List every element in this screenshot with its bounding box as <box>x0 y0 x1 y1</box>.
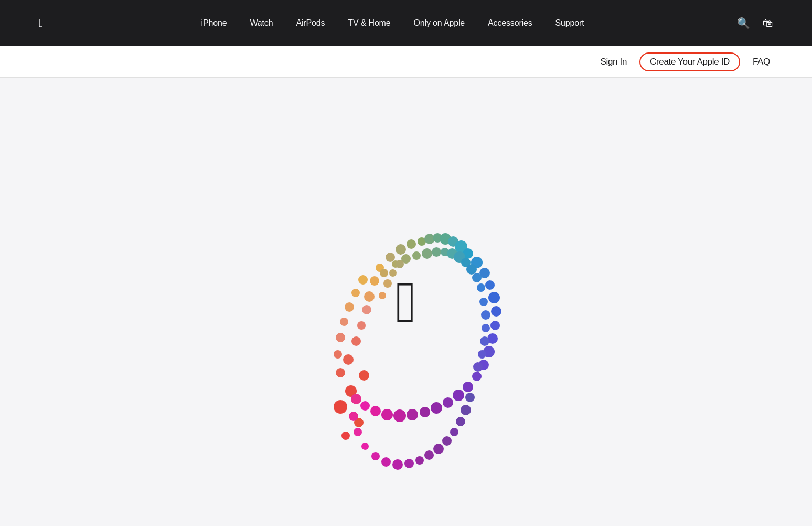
svg-point-70 <box>415 456 424 465</box>
main-nav:  iPhone Watch AirPods TV & Home Only on… <box>0 0 812 46</box>
svg-point-25 <box>488 292 500 303</box>
svg-point-6 <box>351 336 361 346</box>
svg-point-82 <box>478 350 486 359</box>
svg-point-87 <box>396 260 404 268</box>
svg-point-81 <box>480 336 489 346</box>
faq-link[interactable]: FAQ <box>753 57 770 67</box>
nav-item-support[interactable]: Support <box>544 18 596 28</box>
svg-point-63 <box>349 412 358 421</box>
svg-point-59 <box>345 302 354 312</box>
svg-point-78 <box>479 298 488 306</box>
svg-point-10 <box>370 276 379 286</box>
svg-point-68 <box>392 459 403 470</box>
svg-point-32 <box>463 382 473 392</box>
svg-point-37 <box>407 409 418 420</box>
svg-point-76 <box>461 405 471 415</box>
svg-point-69 <box>404 459 414 468</box>
svg-point-46 <box>422 248 432 259</box>
create-apple-id-button[interactable]: Create Your Apple ID <box>639 52 740 71</box>
svg-point-31 <box>472 372 482 381</box>
svg-point-39 <box>381 409 393 420</box>
svg-point-38 <box>393 409 406 422</box>
svg-point-84 <box>379 292 386 299</box>
dot-spiral:  <box>243 134 569 470</box>
svg-point-3 <box>359 370 369 381</box>
nav-item-watch[interactable]: Watch <box>238 18 284 28</box>
nav-icon-group: 🔍 🛍 <box>737 17 773 29</box>
svg-point-24 <box>485 280 495 290</box>
svg-point-71 <box>424 450 434 460</box>
svg-point-8 <box>362 305 371 314</box>
svg-point-26 <box>491 306 501 317</box>
svg-point-67 <box>381 457 391 467</box>
svg-point-9 <box>364 291 375 302</box>
svg-point-33 <box>453 390 464 401</box>
svg-point-0 <box>334 400 347 414</box>
svg-point-80 <box>482 324 490 332</box>
nav-item-tv-home[interactable]: TV & Home <box>336 18 402 28</box>
svg-point-58 <box>340 318 348 326</box>
svg-point-5 <box>343 354 354 365</box>
svg-point-83 <box>473 362 483 372</box>
search-icon[interactable]: 🔍 <box>737 17 750 29</box>
svg-point-4 <box>341 432 350 440</box>
svg-point-34 <box>443 397 453 408</box>
svg-point-55 <box>336 368 345 377</box>
apple-logo-nav[interactable]:  <box>39 16 43 30</box>
bag-icon[interactable]: 🛍 <box>763 17 773 29</box>
svg-point-52 <box>466 264 477 275</box>
svg-point-45 <box>412 251 421 260</box>
nav-item-iphone[interactable]: iPhone <box>190 18 239 28</box>
svg-point-73 <box>442 436 452 446</box>
svg-point-40 <box>370 406 381 416</box>
svg-point-75 <box>456 417 465 426</box>
svg-point-14 <box>407 239 416 249</box>
subheader: Sign In Create Your Apple ID FAQ <box>0 46 812 78</box>
nav-item-airpods[interactable]: AirPods <box>284 18 336 28</box>
nav-items: iPhone Watch AirPods TV & Home Only on A… <box>59 18 726 28</box>
svg-point-60 <box>351 289 360 297</box>
svg-point-79 <box>481 310 490 320</box>
svg-point-53 <box>472 273 482 282</box>
main-content:  <box>0 78 812 526</box>
svg-point-12 <box>386 253 395 262</box>
svg-point-57 <box>336 333 345 342</box>
svg-point-56 <box>334 350 342 359</box>
svg-point-85 <box>383 279 392 288</box>
svg-point-86 <box>389 269 397 277</box>
svg-point-72 <box>433 444 444 454</box>
sign-in-link[interactable]: Sign In <box>600 57 627 67</box>
svg-point-35 <box>431 402 442 414</box>
svg-point-62 <box>351 394 361 404</box>
svg-point-74 <box>450 428 458 436</box>
svg-point-41 <box>360 401 370 411</box>
svg-point-65 <box>361 443 369 450</box>
svg-point-27 <box>490 321 500 330</box>
svg-point-36 <box>420 407 430 417</box>
nav-item-accessories[interactable]: Accessories <box>476 18 544 28</box>
nav-item-only-on-apple[interactable]: Only on Apple <box>402 18 477 28</box>
svg-point-66 <box>371 452 380 460</box>
svg-point-42 <box>380 269 388 277</box>
dot-spiral-svg <box>243 134 569 470</box>
svg-point-7 <box>357 321 366 330</box>
svg-point-61 <box>358 275 368 285</box>
svg-point-64 <box>354 428 362 436</box>
svg-point-54 <box>477 283 485 292</box>
svg-point-13 <box>396 244 406 255</box>
svg-point-47 <box>432 247 441 257</box>
svg-point-77 <box>465 393 475 402</box>
